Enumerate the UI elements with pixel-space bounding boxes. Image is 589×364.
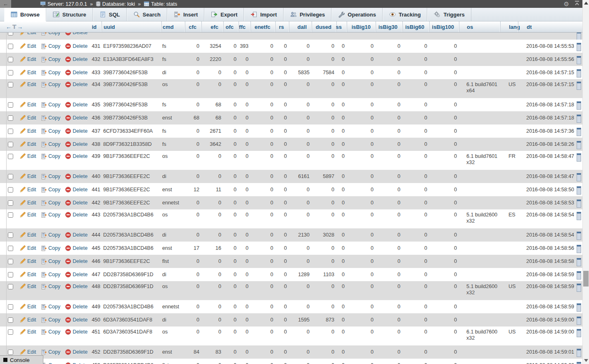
sort-tee-icon[interactable]: T (12, 23, 17, 30)
edit-link[interactable]: Edit (17, 258, 38, 264)
tab-triggers[interactable]: Triggers (427, 8, 471, 21)
column-header-lang[interactable]: lang (500, 21, 518, 32)
copy-link[interactable]: Copy (38, 56, 62, 62)
tab-insert[interactable]: Insert (167, 8, 204, 21)
breadcrumb-segment[interactable]: Server: 127.0.0.1 (40, 1, 87, 7)
row-checkbox[interactable] (8, 212, 13, 218)
column-header-cfc[interactable]: cfc (185, 21, 201, 32)
edit-link[interactable]: Edit (17, 272, 38, 277)
tab-search[interactable]: Search (127, 8, 167, 21)
copy-link[interactable]: Copy (38, 70, 62, 75)
edit-link[interactable]: Edit (17, 245, 38, 251)
delete-link[interactable]: Delete (62, 115, 90, 121)
edit-link[interactable]: Edit (17, 200, 38, 206)
row-checkbox[interactable] (8, 44, 13, 49)
delete-link[interactable]: Delete (62, 349, 90, 355)
row-checkbox[interactable] (8, 33, 13, 35)
delete-link[interactable]: Delete (62, 329, 90, 335)
collapse-button[interactable] (574, 0, 580, 7)
copy-link[interactable]: Copy (38, 200, 62, 206)
delete-link[interactable]: Delete (62, 258, 90, 264)
breadcrumb-segment[interactable]: Table: stats (144, 1, 177, 7)
column-header-id[interactable]: id (90, 21, 102, 32)
delete-link[interactable]: Delete (62, 128, 90, 134)
copy-link[interactable]: Copy (38, 33, 62, 35)
column-header-ffc[interactable]: ffc (239, 21, 251, 32)
tab-tracking[interactable]: Tracking (383, 8, 427, 21)
row-checkbox[interactable] (8, 142, 13, 147)
column-header-os[interactable]: os (459, 21, 500, 32)
copy-link[interactable]: Copy (38, 232, 62, 238)
column-header-rs[interactable]: rs (275, 21, 289, 32)
column-header-enetfc[interactable]: enetfc (251, 21, 275, 32)
tab-sql[interactable]: SQL (93, 8, 127, 21)
delete-link[interactable]: Delete (62, 200, 90, 206)
edit-link[interactable]: Edit (17, 115, 38, 121)
column-header-dt[interactable]: dt (518, 21, 589, 32)
copy-link[interactable]: Copy (38, 141, 62, 147)
delete-link[interactable]: Delete (62, 245, 90, 251)
tab-export[interactable]: Export (204, 8, 244, 21)
edit-link[interactable]: Edit (17, 141, 38, 147)
delete-link[interactable]: Delete (62, 43, 90, 49)
edit-link[interactable]: Edit (17, 187, 38, 193)
column-header-dall[interactable]: dall (289, 21, 312, 32)
copy-link[interactable]: Copy (38, 304, 62, 310)
copy-link[interactable]: Copy (38, 153, 62, 159)
edit-link[interactable]: Edit (17, 317, 38, 323)
edit-link[interactable]: Edit (17, 82, 38, 87)
column-header-isBig30[interactable]: isBig30 (376, 21, 402, 32)
tab-browse[interactable]: Browse (4, 8, 46, 21)
copy-link[interactable]: Copy (38, 212, 62, 218)
delete-link[interactable]: Delete (62, 304, 90, 310)
edit-link[interactable]: Edit (17, 174, 38, 179)
edit-link[interactable]: Edit (17, 102, 38, 108)
row-checkbox[interactable] (8, 187, 13, 193)
copy-link[interactable]: Copy (38, 174, 62, 179)
row-checkbox[interactable] (8, 174, 13, 179)
column-header-ss[interactable]: ss (336, 21, 347, 32)
row-checkbox[interactable] (8, 129, 13, 134)
delete-link[interactable]: Delete (62, 70, 90, 75)
copy-link[interactable]: Copy (38, 258, 62, 264)
scrollbar-up-arrow-icon[interactable] (584, 2, 588, 5)
tab-privileges[interactable]: Privileges (284, 8, 331, 21)
row-checkbox[interactable] (8, 272, 13, 277)
copy-link[interactable]: Copy (38, 187, 62, 193)
scrollbar-down-arrow-icon[interactable] (584, 359, 588, 362)
column-header-isBig10[interactable]: isBig10 (347, 21, 376, 32)
edit-link[interactable]: Edit (17, 43, 38, 49)
delete-link[interactable]: Delete (62, 33, 90, 35)
column-header-efc[interactable]: efc (201, 21, 223, 32)
row-checkbox[interactable] (8, 232, 13, 238)
row-checkbox[interactable] (8, 304, 13, 310)
column-header-uuid[interactable]: uuid (102, 21, 161, 32)
copy-link[interactable]: Copy (38, 349, 62, 355)
column-header-cmd[interactable]: cmd (161, 21, 185, 32)
row-checkbox[interactable] (8, 350, 13, 355)
edit-link[interactable]: Edit (17, 304, 38, 310)
copy-link[interactable]: Copy (38, 284, 62, 289)
row-checkbox[interactable] (8, 200, 13, 206)
delete-link[interactable]: Delete (62, 141, 90, 147)
copy-link[interactable]: Copy (38, 82, 62, 87)
row-checkbox[interactable] (8, 329, 13, 335)
delete-link[interactable]: Delete (62, 187, 90, 193)
tab-operations[interactable]: Operations (331, 8, 383, 21)
edit-link[interactable]: Edit (17, 128, 38, 134)
delete-link[interactable]: Delete (62, 174, 90, 179)
edit-link[interactable]: Edit (17, 349, 38, 355)
copy-link[interactable]: Copy (38, 329, 62, 335)
row-checkbox[interactable] (8, 115, 13, 121)
delete-link[interactable]: Delete (62, 82, 90, 87)
column-header-isBig100[interactable]: isBig100 (429, 21, 459, 32)
tab-import[interactable]: Import (244, 8, 283, 21)
sort-left-arrow-icon[interactable]: ← (6, 23, 12, 30)
column-header-isBig60[interactable]: isBig60 (402, 21, 429, 32)
copy-link[interactable]: Copy (38, 128, 62, 134)
sort-right-arrow-icon[interactable]: → (17, 23, 23, 30)
gear-button[interactable]: ⚙ (564, 1, 569, 7)
breadcrumb-segment[interactable]: Database: loki (96, 1, 135, 7)
row-checkbox[interactable] (8, 102, 13, 108)
row-checkbox[interactable] (8, 284, 13, 289)
